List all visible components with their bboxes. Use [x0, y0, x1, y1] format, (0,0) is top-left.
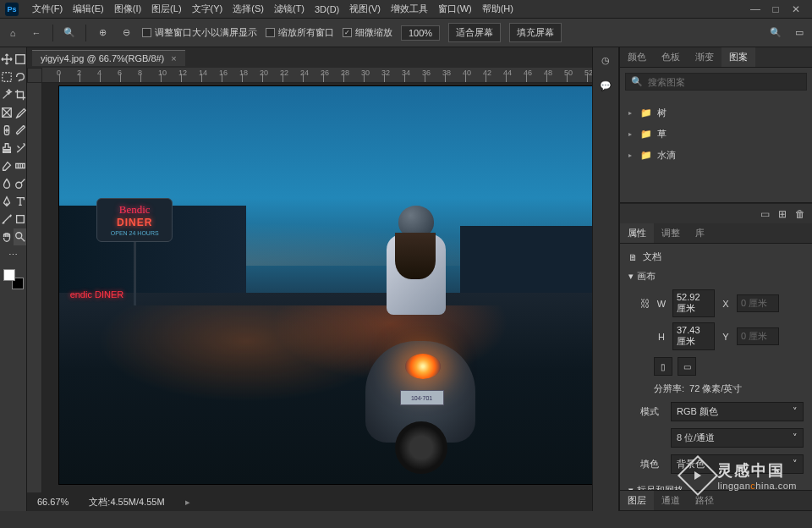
gradient-tool[interactable]: [14, 157, 26, 174]
tab-color[interactable]: 颜色: [620, 47, 654, 67]
height-input[interactable]: 37.43 厘米: [672, 322, 715, 350]
tab-channels[interactable]: 通道: [654, 491, 688, 510]
file-info[interactable]: 文档:4.55M/4.55M: [89, 496, 164, 509]
dodge-tool[interactable]: [14, 175, 26, 192]
bit-depth-select[interactable]: 8 位/通道˅: [671, 428, 804, 448]
status-arrow-icon[interactable]: ▸: [185, 497, 190, 508]
tab-layers[interactable]: 图层: [620, 491, 654, 510]
tab-patterns[interactable]: 图案: [721, 47, 755, 67]
brush-tool[interactable]: [14, 122, 26, 139]
menu-type[interactable]: 文字(Y): [187, 1, 228, 17]
document-image[interactable]: Bendic DINER OPEN 24 HOURS endic DINER 1…: [59, 86, 592, 484]
menu-filter[interactable]: 滤镜(T): [269, 1, 310, 17]
menu-3d[interactable]: 3D(D): [310, 3, 344, 16]
width-input[interactable]: 52.92 厘米: [672, 289, 715, 317]
menu-view[interactable]: 视图(V): [344, 1, 386, 17]
tab-properties[interactable]: 属性: [620, 223, 654, 243]
tab-gradients[interactable]: 渐变: [688, 47, 721, 67]
maximize-button[interactable]: □: [771, 5, 780, 14]
search-icon[interactable]: 🔍: [768, 25, 783, 41]
comments-panel-icon[interactable]: 💬: [598, 78, 613, 93]
hand-tool[interactable]: [0, 228, 13, 245]
link-dimensions-icon[interactable]: ⛓: [640, 298, 650, 310]
zoom-tool-icon[interactable]: 🔍: [62, 25, 77, 41]
stamp-tool[interactable]: [0, 140, 13, 157]
tab-adjustments[interactable]: 调整: [654, 223, 688, 243]
marquee-tool[interactable]: [0, 69, 13, 85]
zoom-tool[interactable]: [14, 228, 26, 245]
menu-window[interactable]: 窗口(W): [433, 1, 477, 17]
delete-preset-icon[interactable]: 🗑: [795, 208, 805, 220]
tab-libraries[interactable]: 库: [688, 223, 712, 243]
home-icon[interactable]: ⌂: [5, 25, 20, 41]
new-preset-icon[interactable]: ⊞: [778, 208, 787, 220]
canvas-section[interactable]: ▾画布: [628, 270, 804, 283]
document-tab[interactable]: yigyiy4.jpg @ 66.7%(RGB/8#)×: [32, 50, 185, 66]
save-preset-icon[interactable]: ▭: [760, 208, 770, 220]
edit-toolbar[interactable]: ⋯: [3, 246, 24, 263]
status-bar: 66.67% 文档:4.55M/4.55M ▸: [27, 492, 592, 511]
folder-icon: 📁: [640, 107, 652, 118]
minimize-button[interactable]: —: [751, 5, 760, 14]
tab-close-icon[interactable]: ×: [171, 53, 176, 63]
ruler-origin[interactable]: [27, 68, 42, 83]
frame-tool[interactable]: [0, 104, 13, 121]
right-panels: 颜色 色板 渐变 图案 🔍 ▸📁树 ▸📁草 ▸📁水滴 ▭ ⊞ 🗑 属性 调整 库: [619, 47, 812, 511]
foreground-color[interactable]: [3, 269, 15, 281]
menu-image[interactable]: 图像(I): [109, 1, 146, 17]
x-input: 0 厘米: [737, 294, 779, 312]
pattern-search-input[interactable]: [648, 77, 801, 87]
menu-layer[interactable]: 图层(L): [146, 1, 186, 17]
menu-file[interactable]: 文件(F): [27, 1, 68, 17]
eyedropper-tool[interactable]: [14, 104, 26, 121]
landscape-button[interactable]: ▭: [678, 357, 696, 376]
eraser-tool[interactable]: [0, 157, 13, 174]
menu-select[interactable]: 选择(S): [228, 1, 269, 17]
menu-edit[interactable]: 编辑(E): [68, 1, 109, 17]
ruler-grid-section[interactable]: ▾标尺和网格: [628, 484, 804, 491]
tab-paths[interactable]: 路径: [688, 491, 721, 510]
canvas-viewport[interactable]: Bendic DINER OPEN 24 HOURS endic DINER 1…: [42, 83, 592, 492]
fill-screen-button[interactable]: 填充屏幕: [509, 23, 562, 42]
zoom-100-button[interactable]: 100%: [401, 25, 440, 41]
scrubby-zoom-checkbox[interactable]: ✓细微缩放: [343, 26, 392, 39]
healing-tool[interactable]: [0, 122, 13, 139]
color-swatches[interactable]: [3, 269, 24, 289]
zoom-out-icon[interactable]: ⊖: [118, 25, 134, 41]
arrow-left-icon[interactable]: ←: [29, 25, 44, 41]
fit-screen-button[interactable]: 适合屏幕: [448, 23, 501, 42]
crop-tool[interactable]: [14, 86, 26, 103]
zoom-in-icon[interactable]: ⊕: [95, 25, 110, 41]
pen-tool[interactable]: [0, 193, 13, 210]
workspace-icon[interactable]: ▭: [792, 25, 807, 41]
portrait-button[interactable]: ▯: [654, 357, 672, 376]
history-panel-icon[interactable]: ◷: [598, 52, 613, 68]
type-tool[interactable]: [14, 193, 26, 210]
path-tool[interactable]: [0, 211, 13, 228]
blur-tool[interactable]: [0, 175, 13, 192]
ruler-vertical[interactable]: [27, 83, 42, 492]
wand-tool[interactable]: [0, 86, 13, 103]
history-brush-tool[interactable]: [14, 140, 26, 157]
resize-window-checkbox[interactable]: 调整窗口大小以满屏显示: [142, 26, 257, 39]
pattern-search[interactable]: 🔍: [625, 73, 807, 91]
shape-tool[interactable]: [14, 211, 26, 228]
pattern-folder-trees[interactable]: ▸📁树: [625, 104, 807, 122]
color-mode-select[interactable]: RGB 颜色˅: [671, 402, 804, 421]
menu-plugins[interactable]: 增效工具: [386, 1, 433, 17]
artboard-tool[interactable]: [14, 51, 26, 68]
options-bar: ⌂ ← 🔍 ⊕ ⊖ 调整窗口大小以满屏显示 缩放所有窗口 ✓细微缩放 100% …: [0, 19, 812, 47]
close-button[interactable]: ✕: [792, 5, 800, 14]
tab-swatches[interactable]: 色板: [654, 47, 688, 67]
zoom-level[interactable]: 66.67%: [37, 497, 69, 507]
pattern-folder-grass[interactable]: ▸📁草: [625, 125, 807, 143]
menu-help[interactable]: 帮助(H): [477, 1, 518, 17]
ruler-horizontal[interactable]: 0246810121416182022242628303234363840424…: [42, 68, 592, 83]
pattern-folder-water[interactable]: ▸📁水滴: [625, 146, 807, 164]
zoom-all-windows-checkbox[interactable]: 缩放所有窗口: [266, 26, 334, 39]
svg-rect-1: [2, 73, 11, 82]
tools-panel: ⋯: [0, 47, 27, 511]
lasso-tool[interactable]: [14, 69, 26, 85]
move-tool[interactable]: [0, 51, 13, 68]
layers-tabs: 图层 通道 路径: [620, 491, 812, 511]
